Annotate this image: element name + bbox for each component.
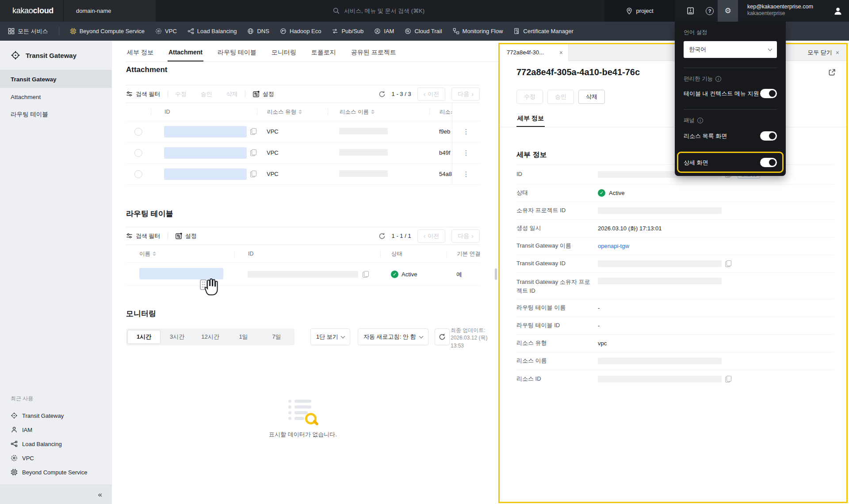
range-1h[interactable]: 1시간 bbox=[127, 330, 161, 344]
copy-icon[interactable] bbox=[725, 376, 731, 382]
sort-icon[interactable] bbox=[153, 252, 156, 256]
col-id[interactable]: ID bbox=[234, 250, 380, 257]
prev-page-button[interactable]: ‹이전 bbox=[417, 229, 446, 243]
panel-delete-button[interactable]: 삭제 bbox=[578, 90, 605, 104]
avatar[interactable] bbox=[831, 4, 845, 18]
context-menu-toggle[interactable] bbox=[760, 89, 777, 98]
nav-beyond-compute-service[interactable]: Beyond Compute Service bbox=[70, 28, 145, 34]
recent-transit-gateway[interactable]: Transit Gateway bbox=[11, 409, 112, 423]
copy-icon[interactable] bbox=[250, 149, 256, 156]
range-7d[interactable]: 7일 bbox=[260, 330, 293, 344]
list-screen-toggle[interactable] bbox=[760, 131, 777, 141]
range-1d[interactable]: 1일 bbox=[227, 330, 260, 344]
help-button[interactable]: ? bbox=[700, 0, 720, 22]
attachment-row[interactable]: VPC b49f ⋮ bbox=[126, 142, 480, 164]
domain-tab[interactable]: domain-name bbox=[64, 0, 156, 22]
col-name[interactable]: 이름 bbox=[126, 250, 234, 258]
tab-detail-info[interactable]: 세부 정보 bbox=[126, 46, 154, 61]
nav-hadoop-eco[interactable]: Hadoop Eco bbox=[280, 28, 321, 34]
copy-icon[interactable] bbox=[250, 171, 256, 177]
search-filter-button[interactable]: 검색 필터 bbox=[126, 232, 161, 240]
col-resource[interactable]: 리소스 bbox=[429, 108, 452, 115]
table-settings-button[interactable]: 설정 bbox=[252, 90, 274, 98]
docs-button[interactable] bbox=[680, 0, 700, 22]
tab-monitoring[interactable]: 모니터링 bbox=[271, 46, 297, 61]
sort-icon[interactable] bbox=[298, 110, 302, 114]
view-mode-select[interactable]: 1단 보기 bbox=[310, 328, 350, 345]
panel-edit-button[interactable]: 수정 bbox=[516, 90, 543, 104]
row-menu-icon[interactable]: ⋮ bbox=[463, 149, 470, 157]
auto-refresh-select[interactable]: 자동 새로고침: 안 함 bbox=[358, 328, 428, 345]
sidebar-item-transit-gateway[interactable]: Transit Gateway bbox=[0, 70, 112, 88]
panel-tab[interactable]: 772a8e4f-30... × bbox=[500, 44, 569, 61]
routing-row[interactable]: ✓Active 예 bbox=[126, 263, 480, 286]
default-attach-cell: 예 bbox=[447, 271, 480, 279]
nav-monitoring-flow[interactable]: Monitoring Flow bbox=[453, 28, 503, 34]
attachment-row[interactable]: VPC f9eb ⋮ bbox=[126, 121, 480, 142]
nav-all-services[interactable]: 모든 서비스 bbox=[8, 27, 48, 35]
col-resource-type[interactable]: 리소스 유형 bbox=[257, 108, 328, 115]
monitoring-refresh-button[interactable] bbox=[435, 328, 450, 345]
close-tab-icon[interactable]: × bbox=[559, 49, 563, 56]
logo-block[interactable]: kakaocloud bbox=[0, 0, 63, 22]
monitoring-heading: 모니터링 bbox=[126, 309, 156, 319]
language-select[interactable]: 한국어 bbox=[684, 41, 777, 58]
open-in-new-button[interactable] bbox=[828, 69, 836, 77]
nav-certificate-manager[interactable]: Certificate Manager bbox=[513, 28, 573, 34]
copy-icon[interactable] bbox=[725, 260, 731, 267]
nav-pubsub[interactable]: Pub/Sub bbox=[332, 28, 363, 34]
close-all-button[interactable]: 모두 닫기 × bbox=[807, 49, 846, 57]
recent-beyond-compute-service[interactable]: Beyond Compute Service bbox=[11, 465, 112, 479]
nav-load-balancing[interactable]: Load Balancing bbox=[187, 28, 237, 34]
range-3h[interactable]: 3시간 bbox=[161, 330, 194, 344]
panel-resize-handle[interactable] bbox=[495, 268, 497, 280]
refresh-icon[interactable] bbox=[379, 91, 386, 98]
nav-cloud-trail[interactable]: Cloud Trail bbox=[405, 28, 442, 34]
table-settings-button[interactable]: 설정 bbox=[175, 232, 197, 240]
attachment-row[interactable]: VPC 54a8 ⋮ bbox=[126, 164, 480, 185]
collapse-sidebar-icon[interactable]: « bbox=[98, 490, 102, 499]
delete-button[interactable]: 삭제 bbox=[226, 90, 238, 98]
nav-iam[interactable]: IAM bbox=[374, 28, 394, 34]
settings-button[interactable]: ⚙ bbox=[718, 0, 738, 22]
row-radio[interactable] bbox=[134, 170, 142, 178]
nav-vpc[interactable]: VPC bbox=[155, 28, 177, 34]
sidebar-item-routing-table[interactable]: 라우팅 테이블 bbox=[0, 106, 112, 123]
panel-approve-button[interactable]: 승인 bbox=[547, 90, 574, 104]
tab-shared-projects[interactable]: 공유된 프로젝트 bbox=[350, 46, 397, 61]
edit-button[interactable]: 수정 bbox=[175, 90, 187, 98]
user-info[interactable]: kep@kakaoenterprise.com kakaoenterprise bbox=[747, 3, 813, 17]
row-menu-icon[interactable]: ⋮ bbox=[463, 170, 470, 178]
sidebar-header: Transit Gateway bbox=[0, 41, 112, 70]
prev-page-button[interactable]: ‹이전 bbox=[417, 88, 446, 101]
panel-tab-detail-info[interactable]: 세부 정보 bbox=[516, 111, 545, 127]
approve-button[interactable]: 승인 bbox=[201, 90, 212, 98]
next-page-button[interactable]: 다음› bbox=[451, 88, 480, 101]
tab-topology[interactable]: 토폴로지 bbox=[310, 46, 337, 61]
copy-icon[interactable] bbox=[250, 128, 256, 135]
col-resource-name[interactable]: 리소스 이름 bbox=[328, 108, 429, 115]
global-search-input[interactable]: 서비스, 메뉴 및 문서 검색 (⌘K) bbox=[333, 0, 424, 22]
next-page-button[interactable]: 다음› bbox=[451, 229, 480, 243]
recent-iam[interactable]: IAM bbox=[11, 423, 112, 437]
row-radio[interactable] bbox=[134, 149, 142, 157]
sidebar-item-attachment[interactable]: Attachment bbox=[0, 88, 112, 106]
row-radio[interactable] bbox=[134, 128, 142, 136]
row-menu-icon[interactable]: ⋮ bbox=[463, 128, 470, 136]
range-12h[interactable]: 12시간 bbox=[194, 330, 227, 344]
tgw-name-link[interactable]: openapi-tgw bbox=[598, 243, 629, 249]
col-status[interactable]: 상태 bbox=[380, 250, 447, 257]
col-default-attach[interactable]: 기본 연결 bbox=[447, 250, 480, 257]
col-id[interactable]: ID bbox=[151, 108, 257, 115]
nav-dns[interactable]: DNS bbox=[247, 28, 269, 34]
recent-vpc[interactable]: VPC bbox=[11, 451, 112, 465]
detail-screen-toggle[interactable] bbox=[760, 158, 777, 167]
tab-routing-table[interactable]: 라우팅 테이블 bbox=[217, 46, 257, 61]
refresh-icon[interactable] bbox=[379, 233, 386, 240]
project-selector[interactable]: project bbox=[604, 0, 675, 22]
search-filter-button[interactable]: 검색 필터 bbox=[126, 90, 161, 98]
recent-load-balancing[interactable]: Load Balancing bbox=[11, 437, 112, 451]
copy-icon[interactable] bbox=[363, 271, 369, 278]
sort-icon[interactable] bbox=[371, 110, 375, 114]
tab-attachment[interactable]: Attachment bbox=[168, 46, 203, 61]
